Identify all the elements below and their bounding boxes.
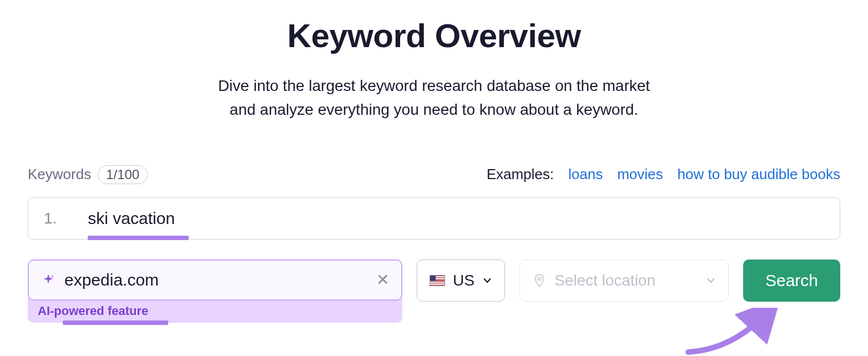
examples-wrap: Examples: loans movies how to buy audibl… — [487, 166, 840, 183]
chevron-down-icon — [706, 276, 716, 286]
keywords-counter-wrap: Keywords 1/100 — [28, 165, 148, 184]
ai-badge-bar: AI-powered feature — [28, 298, 402, 323]
subtitle-line-1: Dive into the largest keyword research d… — [218, 77, 650, 94]
search-button[interactable]: Search — [743, 260, 840, 302]
example-link-audible[interactable]: how to buy audible books — [678, 166, 840, 183]
examples-label: Examples: — [487, 166, 554, 183]
location-placeholder: Select location — [554, 272, 655, 289]
ai-domain-input-box[interactable]: ✕ — [28, 260, 402, 301]
page-subtitle: Dive into the largest keyword research d… — [28, 74, 840, 122]
us-flag-icon — [430, 275, 445, 286]
country-select[interactable]: US — [417, 260, 505, 302]
keywords-count-badge: 1/100 — [98, 165, 148, 184]
pin-icon — [532, 273, 547, 288]
example-link-loans[interactable]: loans — [568, 166, 603, 183]
location-select[interactable]: Select location — [519, 260, 729, 302]
clear-icon[interactable]: ✕ — [376, 272, 389, 288]
svg-point-0 — [538, 277, 541, 280]
highlight-underline — [88, 236, 189, 240]
example-link-movies[interactable]: movies — [617, 166, 663, 183]
keywords-label: Keywords — [28, 166, 91, 183]
highlight-underline — [63, 321, 168, 325]
ai-badge-label: AI-powered feature — [38, 304, 148, 318]
chevron-down-icon — [482, 276, 492, 286]
keyword-index: 1. — [44, 210, 57, 227]
subtitle-line-2: and analyze everything you need to know … — [230, 101, 638, 118]
page-title: Keyword Overview — [28, 17, 840, 55]
keyword-input-row[interactable]: 1. — [28, 197, 840, 240]
domain-input[interactable] — [64, 271, 367, 289]
keyword-input[interactable] — [88, 209, 754, 228]
sparkle-icon — [41, 273, 55, 287]
country-code: US — [453, 272, 475, 289]
